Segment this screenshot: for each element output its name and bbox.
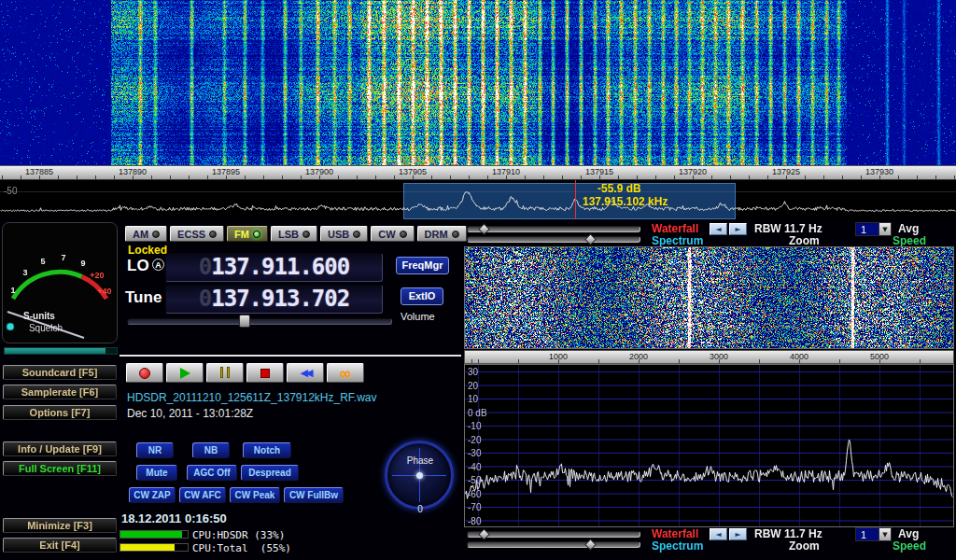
dsp-nb-button[interactable]: NB <box>192 442 230 458</box>
dsp-mute-button[interactable]: Mute <box>136 465 177 481</box>
extio-button[interactable]: ExtIO <box>401 287 443 305</box>
play-button[interactable] <box>166 363 204 383</box>
zoom-slider-track-rf[interactable] <box>467 226 640 232</box>
mode-ecss-button[interactable]: ECSS <box>170 226 224 242</box>
locked-indicator: Locked <box>128 244 167 257</box>
audio-axis-label: 2000 <box>620 352 657 361</box>
mode-usb-button[interactable]: USB <box>320 226 368 242</box>
mode-label: FM <box>234 229 249 240</box>
speed-slider-track-af[interactable] <box>467 541 640 548</box>
volume-slider-track[interactable] <box>127 318 392 325</box>
freqmgr-button[interactable]: FreqMgr <box>396 257 449 274</box>
lo-frequency-display[interactable]: 0137.911.600 <box>165 253 383 282</box>
spectrum-level-label: -50 <box>4 186 17 196</box>
avg-label-af: Avg <box>898 527 919 540</box>
dsp-nr-button[interactable]: NR <box>136 442 174 458</box>
frequency-tick-label: 137910 <box>484 167 528 176</box>
main-waterfall-display[interactable] <box>0 0 956 165</box>
phase-value: 0 <box>383 504 457 514</box>
lo-leading-digit: 0 <box>199 254 211 280</box>
db-label: -30 <box>468 448 481 458</box>
s-meter: 1 3 5 7 9 +20 +40 S-units Squelch <box>2 222 118 343</box>
volume-label: Volume <box>401 311 435 322</box>
s-meter-tick-40: +40 <box>97 287 111 296</box>
dsp-cw-fullbw-button[interactable]: CW FullBw <box>284 487 344 503</box>
pause-button[interactable] <box>206 363 244 383</box>
dsp-notch-button[interactable]: Notch <box>243 442 291 458</box>
db-label: -70 <box>468 502 481 512</box>
frequency-tick-label: 137925 <box>764 167 808 176</box>
cpu-total-text: CPU:Total (55%) <box>192 542 291 554</box>
rewind-button[interactable]: ◀◀ <box>287 363 324 383</box>
hdsdr-window: 1378851378901378951379001379051379101379… <box>0 0 956 560</box>
audio-axis-label: 1000 <box>540 352 577 361</box>
frequency-tick-label: 137920 <box>670 167 715 176</box>
main-spectrum-display[interactable]: -50 -55.9 dB 137.915.102 kHz <box>0 180 956 219</box>
db-label: -20 <box>468 435 481 445</box>
avg-value-rf: 1 <box>856 223 879 235</box>
dsp-cw-peak-button[interactable]: CW Peak <box>230 487 280 503</box>
waterfall-label-rf: Waterfall <box>652 222 698 235</box>
band-next-button-rf[interactable]: ► <box>729 223 747 235</box>
playback-controls: ◀◀ ∞ <box>126 363 364 383</box>
band-next-button-af[interactable]: ► <box>729 528 747 540</box>
cpu-hdsdr-bar <box>120 530 189 539</box>
rewind-icon: ◀◀ <box>301 367 311 379</box>
main-spectrum-canvas[interactable] <box>0 180 956 219</box>
avg-select-rf[interactable]: 1▼ <box>855 222 892 236</box>
audio-waterfall-canvas[interactable] <box>465 247 953 348</box>
audio-axis-label: 4000 <box>780 352 818 361</box>
waterfall-label-af: Waterfall <box>652 527 698 540</box>
cpu-hdsdr-fill <box>120 531 182 538</box>
avg-dropdown-arrow-af[interactable]: ▼ <box>879 528 891 540</box>
volume-slider-handle[interactable] <box>239 315 250 328</box>
dsp-despread-button[interactable]: Despread <box>241 465 299 481</box>
audio-spectrum-canvas[interactable] <box>465 365 953 526</box>
speed-slider-track-rf[interactable] <box>467 236 640 243</box>
dsp-cw-afc-button[interactable]: CW AFC <box>179 487 226 503</box>
menu-samplerate-button[interactable]: Samplerate [F6] <box>3 385 117 399</box>
menu-info-update-button[interactable]: Info / Update [F9] <box>3 441 117 456</box>
control-panel: 1 3 5 7 9 +20 +40 S-units Squelch Soundc… <box>0 219 956 560</box>
squelch-handle[interactable] <box>7 323 14 330</box>
menu-soundcard-button[interactable]: Soundcard [F5] <box>3 365 117 380</box>
audio-waterfall-display[interactable] <box>464 246 954 349</box>
menu-exit-button[interactable]: Exit [F4] <box>3 538 117 553</box>
avg-dropdown-arrow-rf[interactable]: ▼ <box>879 223 891 235</box>
dsp-cw-zap-button[interactable]: CW ZAP <box>129 487 176 503</box>
band-prev-button-af[interactable]: ◄ <box>710 528 727 540</box>
record-icon <box>139 368 150 379</box>
tune-frequency-display[interactable]: 0137.913.702 <box>165 285 383 314</box>
frequency-scale[interactable]: 1378851378901378951379001379051379101379… <box>0 165 956 180</box>
mode-led-icon <box>209 231 217 238</box>
audio-spectrum-display[interactable]: 3020100 dB-10-20-30-40-50-60-70-80 <box>464 364 954 527</box>
s-meter-tick-1: 1 <box>10 286 15 295</box>
speed-label-rf: Speed <box>893 234 926 247</box>
mode-cw-button[interactable]: CW <box>371 226 414 242</box>
speed-label-af: Speed <box>893 539 926 553</box>
play-icon <box>180 368 190 379</box>
menu-minimize-button[interactable]: Minimize [F3] <box>3 518 117 533</box>
loop-icon: ∞ <box>339 369 352 378</box>
stop-button[interactable] <box>246 363 284 383</box>
db-label: -80 <box>468 516 481 526</box>
band-prev-button-rf[interactable]: ◄ <box>710 223 727 235</box>
record-button[interactable] <box>126 363 163 383</box>
menu-options-button[interactable]: Options [F7] <box>3 405 117 420</box>
audio-frequency-scale[interactable]: 10002000300040005000 <box>464 350 954 364</box>
db-label: -50 <box>468 475 481 485</box>
mode-lsb-button[interactable]: LSB <box>271 226 317 242</box>
menu-full-screen-button[interactable]: Full Screen [F11] <box>3 461 117 476</box>
s-meter-tick-9: 9 <box>80 259 85 268</box>
lo-sync-badge[interactable]: A <box>152 259 164 271</box>
mode-am-button[interactable]: AM <box>125 226 167 242</box>
mode-drm-button[interactable]: DRM <box>417 226 467 242</box>
zoom-slider-track-af[interactable] <box>467 531 640 538</box>
db-label: 20 <box>468 381 478 391</box>
loop-button[interactable]: ∞ <box>327 363 364 383</box>
mode-fm-button[interactable]: FM <box>227 226 268 242</box>
dsp-agc-off-button[interactable]: AGC Off <box>187 465 237 481</box>
avg-select-af[interactable]: 1▼ <box>855 527 892 541</box>
squelch-level-track[interactable] <box>4 347 118 355</box>
s-meter-tick-7: 7 <box>61 253 65 262</box>
